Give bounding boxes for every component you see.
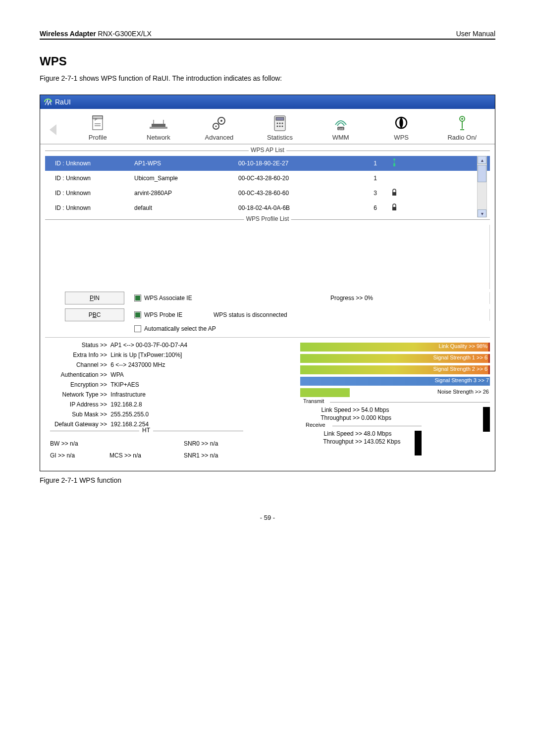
checkbox-probe-ie[interactable]: [134, 311, 141, 318]
ap-row[interactable]: ID : Unknown Ubicom_Sample 00-0C-43-28-6…: [45, 171, 490, 186]
tab-network[interactable]: Network: [128, 114, 189, 141]
ap-row[interactable]: ID : Unknown arvint-2860AP 00-0C-43-28-6…: [45, 186, 490, 201]
tab-wmm-label: WMM: [310, 134, 371, 141]
tx-linkspeed-label: Link Speed >>: [310, 406, 360, 413]
gear-icon: [189, 114, 250, 133]
svg-point-25: [461, 118, 463, 120]
pin-button[interactable]: PIN: [65, 292, 124, 304]
auth-label: Authentication >>: [45, 371, 107, 378]
scrollbar-thumb[interactable]: [478, 165, 486, 182]
ht-block: HT Receive Link Speed >> 48.0 Mbps Throu…: [45, 431, 490, 464]
extra-info-label: Extra Info >>: [45, 352, 107, 358]
profile-icon: P: [67, 114, 128, 133]
document-page: Wireless Adapter RNX-G300EX/LX User Manu…: [0, 0, 535, 541]
ht-label: HT: [139, 427, 153, 434]
intro-text: Figure 2-7-1 shows WPS function of RaUI.…: [40, 74, 495, 82]
calculator-icon: [250, 114, 311, 133]
bw-label: BW >>: [50, 440, 68, 447]
header-left: Wireless Adapter RNX-G300EX/LX: [40, 30, 152, 38]
toolbar: P Profile Network Advanced Statistics Qo…: [40, 109, 495, 145]
tab-advanced[interactable]: Advanced: [189, 114, 250, 141]
back-arrow-icon[interactable]: [43, 122, 67, 141]
auth-value: WPA: [110, 371, 123, 378]
scroll-up-icon[interactable]: ▴: [478, 156, 486, 164]
snr1-label: SNR1 >>: [184, 452, 208, 459]
wmm-icon: QoS: [310, 114, 371, 133]
wps-status-text: WPS status is disconnected: [204, 311, 485, 318]
rx-linkspeed-value: 48.0 Mbps: [364, 430, 391, 437]
tab-statistics[interactable]: Statistics: [250, 114, 311, 141]
tab-wps-label: WPS: [371, 134, 432, 141]
svg-rect-32: [392, 207, 396, 210]
snr0-label: SNR0 >>: [184, 440, 208, 447]
tab-network-label: Network: [128, 134, 189, 141]
network-type-value: Infrastructure: [110, 391, 146, 398]
svg-rect-5: [152, 124, 165, 127]
gateway-label: Default Gateway >>: [45, 421, 107, 428]
titlebar-text: RaUI: [55, 98, 71, 106]
checkbox-associate-ie[interactable]: [134, 295, 141, 302]
ip-label: IP Address >>: [45, 401, 107, 408]
ap-channel: 1: [337, 175, 387, 182]
receive-block: Receive Link Speed >> 48.0 Mbps Throughp…: [303, 426, 422, 448]
rx-throughput-label: Throughput >>: [313, 438, 362, 445]
snr0-value: n/a: [210, 440, 218, 447]
rx-sparkline: [415, 431, 422, 455]
ap-mac: 00-0C-43-28-60-20: [238, 175, 337, 182]
status-value: AP1 <--> 00-03-7F-00-D7-A4: [110, 342, 187, 349]
tx-throughput-value: 0.000 Kbps: [361, 414, 391, 421]
ap-mac: 00-0C-43-28-60-60: [238, 190, 337, 197]
signal-strength-1-text: Signal Strength 1 >> 6: [433, 354, 487, 360]
page-header: Wireless Adapter RNX-G300EX/LX User Manu…: [40, 30, 495, 40]
svg-point-17: [282, 123, 283, 124]
tab-wps[interactable]: WPS: [371, 114, 432, 141]
tab-profile[interactable]: P Profile: [67, 114, 128, 141]
cb-probe-label: WPS Probe IE: [144, 311, 204, 318]
signal-strength-2-text: Signal Strength 2 >> 6: [433, 366, 487, 372]
signal-panel: Link Quality >> 98% Signal Strength 1 >>…: [293, 342, 490, 431]
wps-ap-list: ID : Unknown AP1-WPS 00-10-18-90-2E-27 1…: [45, 156, 490, 217]
bw-value: n/a: [70, 440, 78, 447]
wps-profile-list-fieldset: WPS Profile List: [45, 219, 490, 220]
product-name-bold: Wireless Adapter: [40, 30, 96, 38]
ap-row[interactable]: ID : Unknown default 00-18-02-4A-0A-6B 6: [45, 201, 490, 215]
tab-radio[interactable]: Radio On/: [431, 114, 492, 141]
ap-id: ID : Unknown: [45, 160, 134, 167]
ap-name: AP1-WPS: [134, 160, 238, 167]
ap-id: ID : Unknown: [45, 190, 134, 197]
tx-throughput-label: Throughput >>: [310, 414, 360, 421]
channel-value: 6 <--> 2437000 MHz: [110, 361, 165, 368]
cb-auto-label: Automatically select the AP: [144, 325, 216, 332]
wps-icon: [371, 114, 432, 133]
network-type-label: Network Type >>: [45, 391, 107, 398]
pbc-button[interactable]: PBC: [65, 308, 124, 321]
connection-info: Status >> AP1 <--> 00-03-7F-00-D7-A4 Ext…: [45, 342, 293, 431]
tab-advanced-label: Advanced: [189, 134, 250, 141]
cb-assoc-label: WPS Associate IE: [144, 295, 218, 302]
svg-rect-1: [93, 116, 103, 119]
product-model: RNX-G300EX/LX: [96, 30, 152, 38]
svg-point-16: [279, 123, 281, 124]
transmit-label: Transmit: [300, 398, 327, 404]
ap-mac: 00-10-18-90-2E-27: [238, 160, 337, 167]
checkbox-auto-select[interactable]: [134, 325, 141, 332]
check-mark-icon: [135, 296, 140, 301]
transmit-block: Transmit Link Speed >> 54.0 Mbps Through…: [300, 402, 490, 424]
svg-point-30: [393, 158, 395, 160]
progress-text: Progress >> 0%: [218, 295, 485, 302]
check-mark-icon: [135, 312, 140, 317]
ap-name: arvint-2860AP: [134, 190, 238, 197]
scroll-down-icon[interactable]: ▾: [478, 209, 486, 217]
ap-row-selected[interactable]: ID : Unknown AP1-WPS 00-10-18-90-2E-27 1: [45, 156, 490, 171]
controls-row-1: PIN WPS Associate IE Progress >> 0%: [65, 292, 490, 304]
rx-linkspeed-label: Link Speed >>: [313, 430, 362, 437]
svg-text:P: P: [95, 117, 97, 122]
noise-strength-text: Noise Strength >> 26: [437, 389, 489, 395]
titlebar[interactable]: RaUI: [40, 95, 495, 109]
svg-point-10: [220, 120, 222, 122]
tab-wmm[interactable]: QoS WMM: [310, 114, 371, 141]
submask-value: 255.255.255.0: [110, 411, 149, 418]
encryption-value: TKIP+AES: [110, 381, 139, 388]
wps-profile-list-label: WPS Profile List: [244, 215, 291, 222]
ap-name: Ubicom_Sample: [134, 175, 238, 182]
